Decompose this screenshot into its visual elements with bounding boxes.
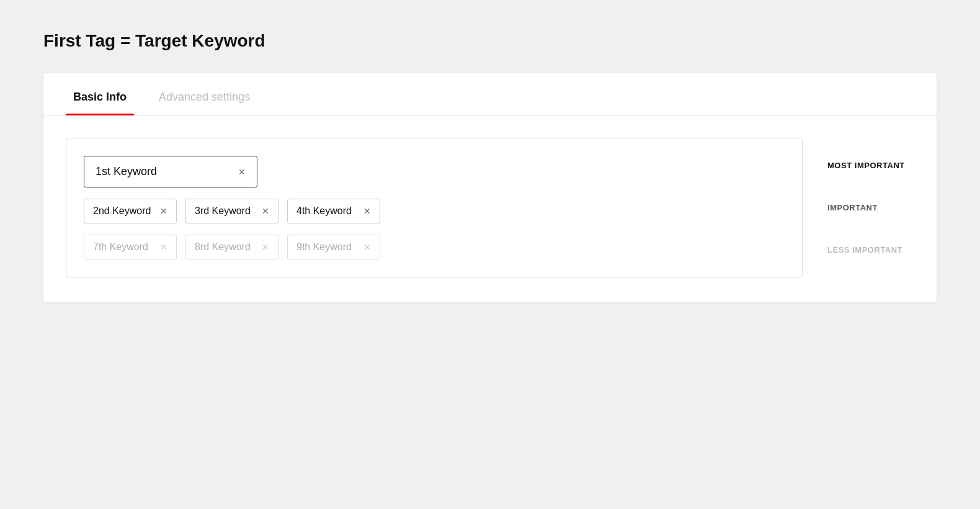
keyword-row-3: 7th Keyword ✕ 8rd Keyword ✕ 9th Keyword … [84, 235, 785, 259]
label-important: IMPORTANT [827, 203, 914, 212]
close-icon-8rd[interactable]: ✕ [262, 242, 269, 252]
keyword-label-9th: 9th Keyword [296, 241, 352, 253]
keyword-tag-4th[interactable]: 4th Keyword ✕ [287, 199, 380, 223]
keyword-tag-8rd[interactable]: 8rd Keyword ✕ [185, 235, 278, 259]
close-icon-4th[interactable]: ✕ [363, 206, 371, 216]
keyword-label-7th: 7th Keyword [93, 241, 148, 253]
card-body: 1st Keyword ✕ 2nd Keyword ✕ 3rd Keyword … [43, 115, 937, 302]
label-less-important: LESS IMPORTANT [827, 245, 914, 254]
keyword-row-1: 1st Keyword ✕ [84, 156, 785, 187]
tab-advanced-settings[interactable]: Advanced settings [151, 73, 257, 115]
keywords-section: 1st Keyword ✕ 2nd Keyword ✕ 3rd Keyword … [66, 138, 803, 277]
keyword-tag-2nd[interactable]: 2nd Keyword ✕ [84, 199, 177, 223]
keyword-label-8rd: 8rd Keyword [195, 241, 251, 253]
tab-basic-info[interactable]: Basic Info [66, 73, 134, 115]
keyword-label-4th: 4th Keyword [296, 205, 352, 217]
importance-labels: MOST IMPORTANT IMPORTANT LESS IMPORTANT [803, 138, 914, 277]
close-icon-2nd[interactable]: ✕ [160, 206, 167, 216]
keyword-label-2nd: 2nd Keyword [93, 205, 151, 217]
keyword-tag-3rd[interactable]: 3rd Keyword ✕ [185, 199, 278, 223]
tab-bar: Basic Info Advanced settings [43, 73, 937, 115]
page-title: First Tag = Target Keyword [43, 31, 937, 51]
close-icon-1st[interactable]: ✕ [238, 167, 246, 177]
keyword-label-1st: 1st Keyword [96, 165, 157, 178]
close-icon-7th[interactable]: ✕ [160, 242, 167, 252]
keyword-tag-9th[interactable]: 9th Keyword ✕ [287, 235, 380, 259]
keyword-tag-7th[interactable]: 7th Keyword ✕ [84, 235, 177, 259]
keyword-tag-1st[interactable]: 1st Keyword ✕ [84, 156, 257, 187]
keyword-label-3rd: 3rd Keyword [195, 205, 251, 217]
keyword-row-2: 2nd Keyword ✕ 3rd Keyword ✕ 4th Keyword … [84, 199, 785, 223]
close-icon-9th[interactable]: ✕ [363, 242, 371, 252]
close-icon-3rd[interactable]: ✕ [262, 206, 269, 216]
main-card: Basic Info Advanced settings 1st Keyword… [43, 73, 937, 302]
label-most-important: MOST IMPORTANT [827, 161, 914, 170]
